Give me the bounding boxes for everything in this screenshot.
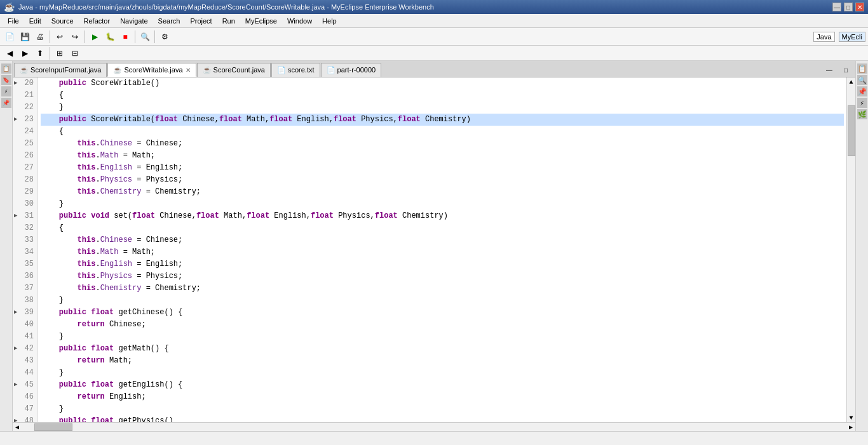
menu-help[interactable]: Help [317,16,342,26]
code-content[interactable]: public ScoreWritable() { } public ScoreW… [38,77,846,422]
save-button[interactable]: 💾 [18,30,32,44]
right-icon-1[interactable]: 📋 [857,63,867,74]
undo-button[interactable]: ↩ [53,30,67,44]
minimize-editor-button[interactable]: — [822,63,836,77]
print-button[interactable]: 🖨 [33,30,47,44]
ln-43: 43 [13,355,34,367]
ln-23: 23 [13,114,34,126]
ln-21: 21 [13,90,34,102]
ln-20: 20 [13,77,34,90]
code-line-47: } [41,403,844,415]
code-line-38: } [41,295,844,307]
tab-scoreTxt[interactable]: 📄 score.txt [271,63,320,77]
menu-window[interactable]: Window [282,16,317,26]
scroll-down-button[interactable]: ▼ [847,413,855,422]
menu-source[interactable]: Source [46,16,79,26]
back-button[interactable]: ◀ [3,46,17,60]
right-panel: 📋 🔍 📌 ⚡ 🌿 [855,61,868,431]
tab-close-scoreWritable[interactable]: ✕ [186,67,191,74]
tab-label-scoreCount: ☕ ScoreCount.java [203,66,265,74]
ln-30: 30 [13,198,34,210]
code-line-39: public float getChinese() { [41,307,844,319]
menu-project[interactable]: Project [185,16,217,26]
scroll-left-button[interactable]: ◀ [13,423,22,431]
ln-38: 38 [13,295,34,307]
menu-bar: File Edit Source Refactor Navigate Searc… [0,14,868,28]
ln-40: 40 [13,319,34,331]
expand-button[interactable]: ⊞ [53,46,67,60]
code-line-35: this.English = English; [41,258,844,270]
menu-edit[interactable]: Edit [24,16,46,26]
right-icon-4[interactable]: ⚡ [857,98,867,108]
scroll-right-button[interactable]: ▶ [846,423,855,431]
ln-28: 28 [13,174,34,186]
stop-button[interactable]: ■ [118,30,132,44]
new-button[interactable]: 📄 [3,30,17,44]
maximize-editor-button[interactable]: □ [839,63,853,77]
java-perspective-label: Java [817,33,831,41]
editor-area: ☕ ScoreInputFormat.java ☕ ScoreWritable.… [13,61,855,431]
sep2 [85,30,85,43]
run-button[interactable]: ▶ [88,30,102,44]
tab-scoreInputFormat[interactable]: ☕ ScoreInputFormat.java [14,63,107,77]
minimize-button[interactable]: — [832,3,841,11]
debug-button[interactable]: 🐛 [103,30,117,44]
code-line-31: public void set(float Chinese,float Math… [41,210,844,222]
menu-refactor[interactable]: Refactor [79,16,116,26]
main-area: 📋 🔖 ⚡ 📌 ☕ ScoreInputFormat.java ☕ ScoreW… [0,61,868,431]
right-icon-5[interactable]: 🌿 [857,109,867,119]
horizontal-scrollbar[interactable]: ◀ ▶ [13,422,855,431]
menu-myeclipse[interactable]: MyEclipse [240,16,282,26]
code-line-41: } [41,331,844,343]
code-line-40: return Chinese; [41,319,844,331]
gutter-icon-2[interactable]: 🔖 [1,75,11,85]
gutter-icon-3[interactable]: ⚡ [1,86,11,96]
code-line-43: return Math; [41,355,844,367]
ln-36: 36 [13,270,34,282]
app-window: ☕ Java - myMapReduce/src/main/java/zhoul… [0,0,868,445]
right-icon-2[interactable]: 🔍 [857,75,867,85]
code-line-34: this.Math = Math; [41,246,844,258]
menu-run[interactable]: Run [217,16,240,26]
window-controls: — □ ✕ [832,3,864,11]
code-line-36: this.Physics = Physics; [41,270,844,282]
menu-file[interactable]: File [3,16,24,26]
tab-label-scoreTxt: 📄 score.txt [277,66,315,74]
ln-25: 25 [13,138,34,150]
sep5 [50,47,50,60]
ln-33: 33 [13,234,34,246]
tab-scoreCount[interactable]: ☕ ScoreCount.java [197,63,271,77]
menu-search[interactable]: Search [153,16,186,26]
gutter-icon-4[interactable]: 📌 [1,98,11,108]
settings-button[interactable]: ⚙ [158,30,172,44]
left-gutter: 📋 🔖 ⚡ 📌 [0,61,13,431]
hscroll-thumb[interactable] [34,423,72,431]
tab-label-partR: 📄 part-r-00000 [327,66,376,74]
tab-bar: ☕ ScoreInputFormat.java ☕ ScoreWritable.… [13,61,855,77]
sep3 [135,30,135,43]
gutter-icon-1[interactable]: 📋 [1,63,11,74]
ln-41: 41 [13,331,34,343]
scroll-up-button[interactable]: ▲ [847,77,855,86]
code-line-33: this.Chinese = Chinese; [41,234,844,246]
menu-navigate[interactable]: Navigate [115,16,153,26]
redo-button[interactable]: ↪ [68,30,82,44]
right-icon-3[interactable]: 📌 [857,86,867,96]
vertical-scrollbar[interactable]: ▲ ▼ [846,77,855,422]
code-line-30: } [41,198,844,210]
tab-scoreWritable[interactable]: ☕ ScoreWritable.java ✕ [107,63,196,77]
maximize-button[interactable]: □ [844,3,853,11]
code-line-23: public ScoreWritable(float Chinese,float… [41,114,844,126]
code-editor[interactable]: 20 21 22 23 24 25 26 27 28 29 30 31 32 3… [13,77,855,422]
forward-button[interactable]: ▶ [18,46,32,60]
collapse-button[interactable]: ⊟ [68,46,82,60]
search-toolbar-button[interactable]: 🔍 [138,30,152,44]
code-line-22: } [41,102,844,114]
up-button[interactable]: ⬆ [33,46,47,60]
close-button[interactable]: ✕ [855,3,864,11]
code-line-24: { [41,126,844,138]
scroll-thumb[interactable] [848,105,855,156]
ln-46: 46 [13,391,34,403]
secondary-toolbar: ◀ ▶ ⬆ ⊞ ⊟ [0,46,868,61]
tab-partR[interactable]: 📄 part-r-00000 [321,63,382,77]
